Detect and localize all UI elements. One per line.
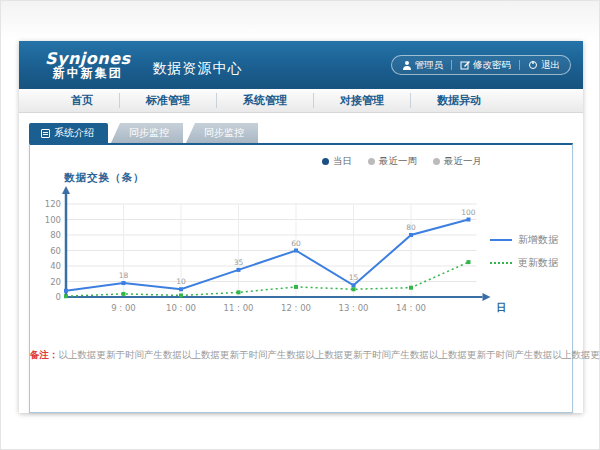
legend-label: 更新数据 (518, 256, 558, 270)
legend-item: 新增数据 (490, 233, 558, 247)
tab-sync-monitor-2[interactable]: 同步监控 (186, 123, 258, 143)
tab-sync-monitor-1[interactable]: 同步监控 (111, 123, 183, 143)
solid-line-swatch (490, 239, 512, 241)
svg-text:40: 40 (50, 261, 61, 271)
svg-text:15: 15 (349, 273, 359, 282)
radio-last-week[interactable]: 最近一周 (368, 155, 417, 168)
current-user-button[interactable]: 管理员 (402, 59, 444, 72)
svg-text:20: 20 (50, 277, 61, 287)
nav-item-standard-mgmt[interactable]: 标准管理 (120, 93, 217, 108)
svg-text:60: 60 (291, 239, 301, 248)
range-filter: 当日 最近一周 最近一月 (322, 155, 482, 168)
logout-icon (528, 60, 538, 70)
change-password-button[interactable]: 修改密码 (460, 59, 511, 72)
svg-text:9 : 00: 9 : 00 (111, 303, 136, 313)
brand-logo-text: Synjones (45, 50, 131, 68)
svg-text:120: 120 (45, 199, 61, 209)
tab-system-intro[interactable]: 系统介绍 (29, 123, 108, 143)
legend-label: 新增数据 (518, 233, 558, 247)
screenshot-canvas: Synjones 新中新集团 数据资源中心 管理员 修改密码 (0, 0, 600, 450)
divider (451, 60, 452, 70)
user-toolbar: 管理员 修改密码 退出 (391, 55, 572, 75)
svg-text:35: 35 (234, 258, 244, 267)
svg-text:12 : 00: 12 : 00 (281, 303, 311, 313)
svg-text:60: 60 (50, 246, 61, 256)
logout-label: 退出 (541, 59, 560, 72)
svg-text:100: 100 (461, 208, 476, 217)
tab-label: 系统介绍 (54, 126, 94, 140)
svg-text:日期（小时）: 日期（小时） (497, 302, 507, 313)
nav-item-home[interactable]: 首页 (45, 93, 120, 108)
radio-label: 最近一周 (379, 155, 417, 168)
footnote-prefix: 备注： (30, 349, 59, 360)
svg-text:0: 0 (56, 292, 61, 302)
svg-text:80: 80 (50, 230, 61, 240)
edit-icon (460, 60, 470, 70)
svg-text:11 : 00: 11 : 00 (224, 303, 254, 313)
nav-item-interface-mgmt[interactable]: 对接管理 (314, 93, 411, 108)
footnote-text: 以上数据更新于时间产生数据以上数据更新于时间产生数据以上数据更新于时间产生数据以… (59, 349, 600, 360)
content-panel: 当日 最近一周 最近一月 数据交换（条） 0204060801001209 : … (29, 143, 573, 413)
nav-item-system-mgmt[interactable]: 系统管理 (217, 93, 314, 108)
legend-item: 更新数据 (490, 256, 558, 270)
main-nav: 首页 标准管理 系统管理 对接管理 数据异动 (19, 89, 583, 113)
user-icon (402, 60, 412, 70)
radio-last-month[interactable]: 最近一月 (433, 155, 482, 168)
radio-unselected-icon (433, 158, 440, 165)
brand-logo-cn: 新中新集团 (45, 67, 131, 80)
radio-unselected-icon (368, 158, 375, 165)
document-icon (41, 129, 50, 138)
radio-selected-icon (322, 158, 329, 165)
chart-legend: 新增数据更新数据 (490, 233, 558, 270)
dotted-line-swatch (490, 262, 512, 264)
nav-item-data-changes[interactable]: 数据异动 (411, 93, 507, 108)
tab-label: 同步监控 (129, 126, 169, 140)
svg-text:18: 18 (119, 271, 129, 280)
svg-text:10 : 00: 10 : 00 (166, 303, 196, 313)
tab-bar: 系统介绍 同步监控 同步监控 (29, 126, 573, 143)
radio-label: 最近一月 (444, 155, 482, 168)
y-axis-title: 数据交换（条） (64, 171, 572, 185)
svg-text:10: 10 (176, 277, 186, 286)
radio-today[interactable]: 当日 (322, 155, 352, 168)
change-password-label: 修改密码 (473, 59, 511, 72)
brand-logo: Synjones 新中新集团 (45, 50, 131, 81)
chart-area: 0204060801001209 : 0010 : 0011 : 0012 : … (36, 185, 572, 323)
footnote: 备注：以上数据更新于时间产生数据以上数据更新于时间产生数据以上数据更新于时间产生… (30, 349, 572, 362)
divider (519, 60, 520, 70)
svg-text:80: 80 (406, 223, 416, 232)
app-header: Synjones 新中新集团 数据资源中心 管理员 修改密码 (19, 41, 583, 89)
svg-text:100: 100 (45, 215, 61, 225)
page-title: 数据资源中心 (153, 52, 243, 78)
app-window: Synjones 新中新集团 数据资源中心 管理员 修改密码 (19, 41, 583, 413)
user-label: 管理员 (415, 59, 444, 72)
svg-text:13 : 00: 13 : 00 (339, 303, 369, 313)
tab-label: 同步监控 (204, 126, 244, 140)
radio-label: 当日 (333, 155, 352, 168)
line-chart: 0204060801001209 : 0010 : 0011 : 0012 : … (36, 185, 506, 319)
logout-button[interactable]: 退出 (528, 59, 560, 72)
svg-text:14 : 00: 14 : 00 (396, 303, 426, 313)
